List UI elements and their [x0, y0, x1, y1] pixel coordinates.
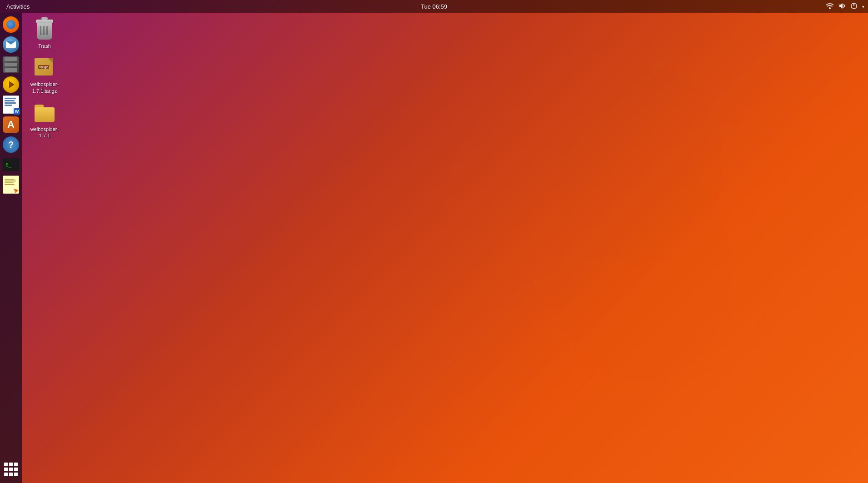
desktop-icon-targz[interactable]: tar.gz weibospider-1.7.1.tar.gz: [26, 55, 63, 96]
trash-lid: [36, 20, 53, 23]
thunderbird-icon: [3, 36, 19, 53]
targz-box: tar.gz: [35, 58, 53, 75]
sidebar-item-terminal[interactable]: $_: [2, 156, 20, 174]
sidebar-item-texteditor[interactable]: [2, 176, 20, 194]
play-icon: [9, 81, 15, 88]
firefox-inner: [6, 20, 15, 29]
writer-badge: W: [14, 108, 20, 115]
trash-handle: [41, 17, 48, 20]
volume-icon[interactable]: [838, 2, 846, 11]
activities-button[interactable]: Activities: [4, 3, 32, 10]
topbar-datetime[interactable]: Tue 06:59: [421, 3, 447, 10]
firefox-icon: [3, 16, 19, 33]
rhythmbox-icon: [3, 76, 19, 93]
network-icon[interactable]: [826, 3, 834, 10]
desktop-icon-trash[interactable]: Trash: [26, 17, 63, 51]
folder-label: weibospider-1.7.1: [28, 126, 61, 139]
power-icon[interactable]: [850, 2, 858, 11]
trash-body: [37, 23, 52, 40]
terminal-prompt: $_: [5, 162, 11, 168]
targz-label-badge: tar.gz: [38, 65, 49, 69]
tray-dropdown-icon[interactable]: ▾: [862, 4, 864, 9]
writer-icon: W: [3, 96, 19, 114]
sidebar-item-appstore[interactable]: A: [2, 116, 20, 134]
folder-icon-container: [34, 102, 55, 124]
sidebar-item-firefox[interactable]: [2, 15, 20, 34]
desktop-icons: Trash tar.gz weibospider-1.7.1.tar.gz we…: [22, 13, 67, 145]
folder-body: [35, 107, 55, 122]
sidebar: W A ? $_: [0, 13, 22, 483]
trash-label: Trash: [38, 43, 51, 49]
appstore-icon: A: [3, 116, 19, 133]
sidebar-item-help[interactable]: ?: [2, 136, 20, 154]
trash-icon: [34, 19, 55, 41]
trash-icon-container: [34, 19, 55, 41]
folder-icon: [35, 105, 55, 122]
sidebar-item-writer[interactable]: W: [2, 96, 20, 114]
apps-grid-icon: [4, 463, 18, 476]
sidebar-bottom: [0, 460, 22, 478]
targz-icon: tar.gz: [35, 58, 55, 78]
files-icon: [3, 56, 19, 73]
show-apps-button[interactable]: [2, 460, 20, 478]
topbar-right: ▾: [826, 2, 868, 11]
pencil-icon: [12, 187, 19, 193]
topbar: Activities Tue 06:59 ▾: [0, 0, 868, 13]
topbar-left: Activities: [0, 2, 32, 10]
terminal-icon: $_: [3, 158, 19, 171]
desktop-watermark: [414, 18, 823, 428]
svg-point-3: [550, 155, 732, 382]
notepad-icon: [3, 176, 19, 194]
targz-corner: [48, 58, 53, 63]
trash-lines: [40, 26, 48, 35]
sidebar-item-files[interactable]: [2, 55, 20, 74]
sidebar-item-thunderbird[interactable]: [2, 35, 20, 54]
desktop-icon-folder[interactable]: weibospider-1.7.1: [26, 101, 63, 141]
targz-icon-container: tar.gz: [34, 57, 55, 79]
svg-point-6: [829, 7, 831, 9]
help-icon: ?: [3, 136, 19, 153]
targz-label: weibospider-1.7.1.tar.gz: [28, 81, 61, 94]
desktop-background: [0, 0, 868, 483]
sidebar-item-rhythmbox[interactable]: [2, 75, 20, 94]
